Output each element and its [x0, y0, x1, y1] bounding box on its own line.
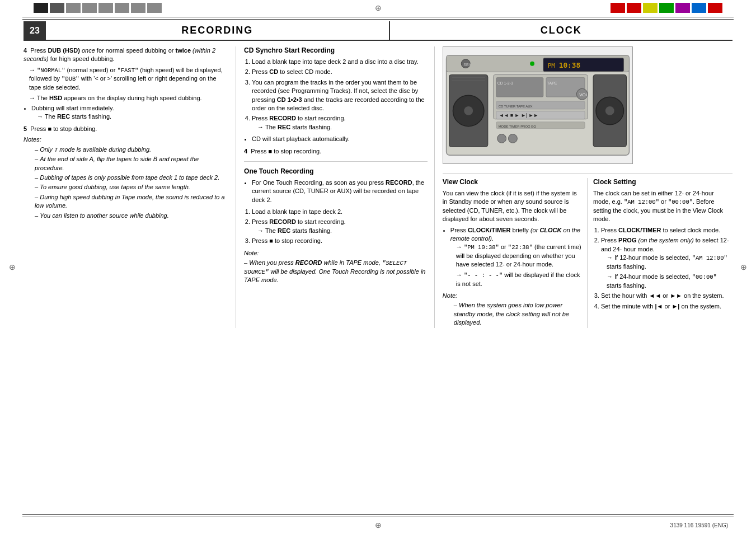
- bar-color-green: [659, 3, 674, 13]
- step5: 5 Press ■ to stop dubbing.: [24, 125, 229, 133]
- page-header: 23 RECORDING CLOCK: [24, 21, 732, 41]
- cd-step-1: Load a blank tape into tape deck 2 and a…: [252, 58, 428, 66]
- bullet-dubbing-start: Dubbing will start immediately. The REC …: [31, 104, 229, 121]
- view-clock-body: You can view the clock (if it is set) if…: [443, 189, 581, 224]
- cs-arrow-24hr: If 24-hour mode is selected, "00:00" sta…: [607, 273, 732, 290]
- cd-bullet-playback: CD will start playback automatically.: [252, 135, 428, 143]
- border-line-top: [22, 17, 734, 17]
- svg-text:VOL: VOL: [579, 92, 588, 97]
- cs-step-2: Press PROG (on the system only) to selec…: [601, 236, 732, 290]
- view-clock-bullets: Press CLOCK/TIMER briefly (or CLOCK on t…: [443, 226, 581, 288]
- bar-color-purple: [675, 3, 690, 13]
- vc-arrow-1: "PM 10:38" or "22:38" (the current time)…: [456, 243, 581, 269]
- registration-mark-top: ⊕: [375, 3, 382, 12]
- view-clock-section: View Clock You can view the clock (if it…: [443, 178, 588, 328]
- one-touch-heading: One Touch Recording: [244, 167, 428, 175]
- footer-page-code: 3139 116 19591 (ENG): [670, 522, 728, 528]
- svg-text:SBY: SBY: [463, 63, 471, 67]
- bar-block-5: [98, 3, 113, 13]
- page-title-recording: RECORDING: [46, 21, 389, 40]
- cd-step-3: You can program the tracks in the order …: [252, 78, 428, 113]
- cd-arrow-rec: The REC starts flashing.: [257, 123, 428, 132]
- bar-block-8: [147, 3, 162, 13]
- ot-step-1: Load a blank tape in tape deck 2.: [252, 208, 428, 216]
- svg-point-30: [530, 62, 534, 66]
- notes-list: Only T mode is available during dubbing.…: [24, 146, 229, 220]
- bar-color-red-2: [627, 3, 641, 13]
- registration-mark-bottom: ⊕: [375, 521, 382, 530]
- clock-bottom-row: View Clock You can view the clock (if it…: [443, 173, 732, 328]
- ot-step-3: Press ■ to stop recording.: [252, 237, 428, 245]
- arrow-hsd-display: The HSD appears on the display during hi…: [29, 94, 229, 102]
- cs-step-3: Set the hour with ◄◄ or ►► on the system…: [601, 292, 732, 300]
- left-margin-mark: ⊕: [9, 263, 16, 271]
- svg-point-12: [605, 106, 614, 115]
- svg-text:MODE  TIMER  PROG  EQ: MODE TIMER PROG EQ: [499, 125, 537, 128]
- bar-block-7: [131, 3, 145, 13]
- note-6: You can listen to another source while d…: [29, 212, 229, 220]
- top-bar-left: [0, 3, 378, 13]
- one-touch-steps: Load a blank tape in tape deck 2. Press …: [244, 208, 428, 246]
- bar-block-3: [66, 3, 81, 13]
- bar-block-1: [34, 3, 48, 13]
- svg-point-7: [464, 106, 473, 115]
- border-line-bottom2: [22, 514, 734, 515]
- col-right-wrapper: PM 10:38: [435, 46, 732, 328]
- svg-text:CD 1-2-3: CD 1-2-3: [497, 81, 513, 85]
- bar-color-red: [611, 3, 625, 13]
- svg-text:CD  TUNER  TAPE  AUX: CD TUNER TAPE AUX: [499, 105, 533, 108]
- arrow-normal-fast: "NORMAL" (normal speed) or "FAST" (high …: [29, 66, 229, 92]
- svg-text:10:38: 10:38: [558, 61, 580, 69]
- border-line-top2: [22, 19, 734, 20]
- note-5: During high speed dubbing in Tape mode, …: [29, 193, 229, 210]
- note-2: At the end of side A, flip the tapes to …: [29, 155, 229, 172]
- arrow-rec-flash: The REC starts flashing.: [37, 113, 229, 121]
- dubbing-bullet-list: Dubbing will start immediately. The REC …: [24, 104, 229, 121]
- page-title-clock: CLOCK: [390, 21, 733, 40]
- cs-step-1: Press CLOCK/TIMER to select clock mode.: [601, 226, 732, 235]
- device-illustration: PM 10:38: [443, 46, 633, 164]
- bar-block-6: [115, 3, 129, 13]
- bar-color-red-3: [708, 3, 722, 13]
- vc-notes-list: When the system goes into low power stan…: [443, 301, 581, 327]
- ot-note-label: Note:: [244, 249, 428, 257]
- ot-note-text: – When you press RECORD while in TAPE mo…: [244, 259, 428, 285]
- top-bar-right: [378, 3, 757, 13]
- bar-block-2: [50, 3, 64, 13]
- col-recording-left: 4 Press DUB (HSD) once for normal speed …: [24, 46, 236, 328]
- clock-setting-section: Clock Setting The clock can be set in ei…: [588, 178, 732, 328]
- ot-arrow-rec: The REC starts flashing.: [257, 227, 428, 235]
- cd-step-stop: 4 Press ■ to stop recording.: [244, 147, 428, 156]
- cd-step-4: Press RECORD to start recording. The REC…: [252, 114, 428, 132]
- cd-synchro-heading: CD Synchro Start Recording: [244, 46, 428, 54]
- svg-rect-2: [543, 58, 624, 72]
- cd-bullets: CD will start playback automatically.: [244, 135, 428, 143]
- one-touch-intro-list: For One Touch Recording, as soon as you …: [244, 179, 428, 204]
- vc-bullet-1: Press CLOCK/TIMER briefly (or CLOCK on t…: [450, 226, 581, 288]
- vc-note-label: Note:: [443, 292, 581, 300]
- clock-setting-heading: Clock Setting: [593, 178, 732, 186]
- clock-setting-steps: Press CLOCK/TIMER to select clock mode. …: [593, 226, 732, 311]
- notes-label: Notes:: [24, 135, 229, 144]
- one-touch-intro: For One Touch Recording, as soon as you …: [252, 179, 428, 204]
- cs-step-4: Set the minute with |◄ or ►| on the syst…: [601, 302, 732, 311]
- bar-color-yellow: [643, 3, 658, 13]
- vc-arrow-2: "- - : - -" will be displayed if the clo…: [456, 271, 581, 288]
- svg-text:TAPE: TAPE: [547, 81, 557, 85]
- border-line-bottom: [22, 517, 734, 517]
- svg-text:PM: PM: [548, 62, 556, 69]
- cs-arrow-12hr: If 12-hour mode is selected, "AM 12:00" …: [607, 254, 732, 271]
- note-3: Dubbing of tapes is only possible from t…: [29, 174, 229, 182]
- svg-text:◄◄  ■  ►  ►|  ►►: ◄◄ ■ ► ►| ►►: [499, 113, 538, 118]
- cd-step-2: Press CD to select CD mode.: [252, 68, 428, 76]
- ot-step-2: Press RECORD to start recording. The REC…: [252, 218, 428, 235]
- svg-rect-14: [496, 77, 543, 97]
- svg-point-26: [497, 134, 506, 143]
- view-clock-heading: View Clock: [443, 178, 581, 186]
- note-4: To ensure good dubbing, use tapes of the…: [29, 183, 229, 191]
- bar-color-blue: [692, 3, 706, 13]
- right-margin-mark: ⊕: [740, 263, 747, 271]
- stereo-device-image: PM 10:38: [435, 46, 732, 173]
- step4-intro: 4 Press DUB (HSD) once for normal speed …: [24, 46, 229, 64]
- content-columns: 4 Press DUB (HSD) once for normal speed …: [24, 46, 732, 328]
